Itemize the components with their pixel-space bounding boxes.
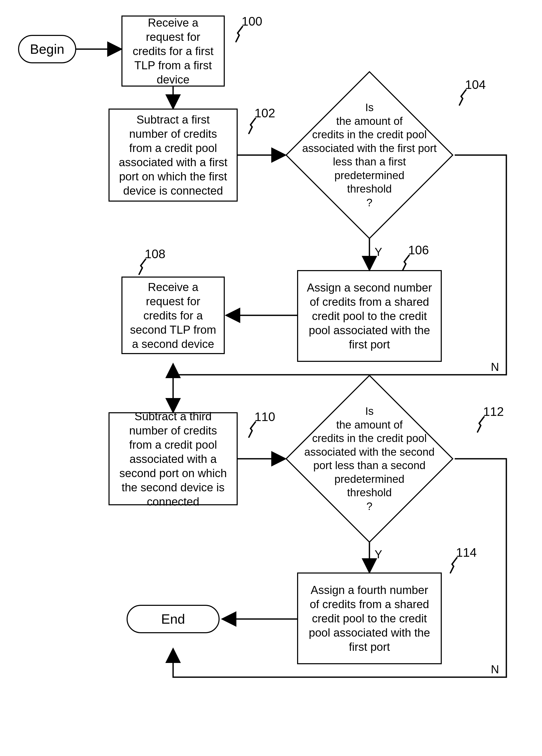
process-108-text: Receive a request for credits for a seco… — [130, 280, 217, 351]
ref-108: 108 — [145, 247, 165, 261]
ref-110: 110 — [255, 410, 275, 424]
ref-112: 112 — [483, 404, 504, 419]
process-100-text: Receive a request for credits for a firs… — [130, 16, 217, 87]
terminator-begin: Begin — [18, 35, 76, 63]
process-106: Assign a second number of credits from a… — [297, 270, 442, 362]
ref-squiggle-icon — [400, 255, 411, 271]
ref-102: 102 — [255, 106, 275, 120]
decision-112-text: Is the amount of credits in the credit p… — [284, 379, 455, 539]
ref-squiggle-icon — [448, 557, 459, 574]
process-106-text: Assign a second number of credits from a… — [305, 280, 433, 352]
process-110: Subtract a third number of credits from … — [109, 412, 238, 505]
ref-squiggle-icon — [137, 258, 148, 275]
edge-label-y2: Y — [374, 548, 382, 561]
flowchart-canvas: Begin Receive a request for credits for … — [0, 0, 542, 756]
process-110-text: Subtract a third number of credits from … — [117, 409, 230, 509]
process-108: Receive a request for credits for a seco… — [121, 277, 225, 354]
ref-100: 100 — [242, 14, 262, 28]
ref-squiggle-icon — [247, 118, 258, 134]
decision-104-text: Is the amount of credits in the credit p… — [284, 75, 455, 235]
edge-label-y1: Y — [374, 246, 382, 258]
process-102: Subtract a first number of credits from … — [109, 109, 238, 202]
ref-squiggle-icon — [475, 416, 486, 433]
ref-114: 114 — [456, 545, 477, 560]
process-114: Assign a fourth number of credits from a… — [297, 572, 442, 664]
end-label: End — [161, 611, 185, 628]
ref-106: 106 — [408, 243, 429, 257]
ref-squiggle-icon — [234, 26, 245, 42]
process-114-text: Assign a fourth number of credits from a… — [305, 583, 433, 654]
decision-104: Is the amount of credits in the credit p… — [284, 75, 455, 235]
ref-104: 104 — [465, 78, 486, 92]
decision-112: Is the amount of credits in the credit p… — [284, 379, 455, 539]
ref-squiggle-icon — [247, 421, 258, 438]
terminator-end: End — [127, 605, 220, 633]
edge-label-n2: N — [491, 663, 499, 676]
process-102-text: Subtract a first number of credits from … — [117, 112, 230, 198]
begin-label: Begin — [30, 41, 64, 58]
ref-squiggle-icon — [457, 89, 468, 106]
process-100: Receive a request for credits for a firs… — [121, 16, 225, 87]
edge-label-n1: N — [491, 361, 499, 373]
